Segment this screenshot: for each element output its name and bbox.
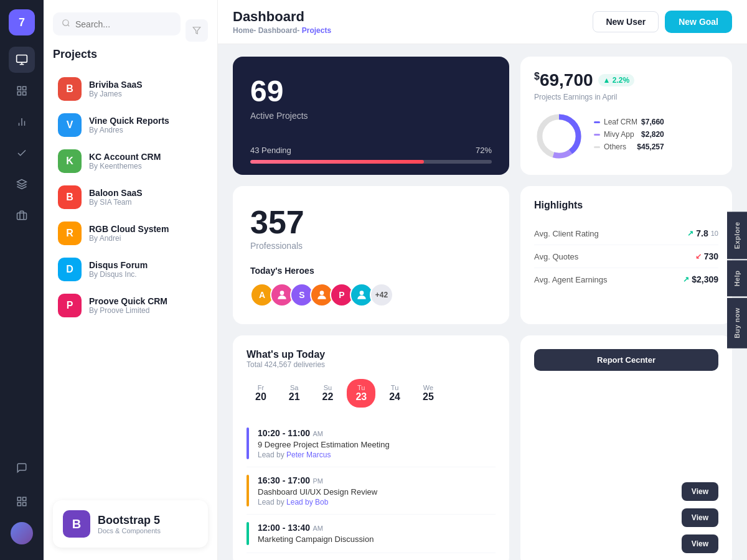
legend-value-1: $2,820 [641, 130, 664, 139]
svg-rect-5 [17, 92, 21, 95]
event-time-0: 10:20 - 11:00 AM [258, 427, 390, 439]
donut-chart [534, 111, 584, 161]
cal-day-num-4: 24 [389, 391, 400, 403]
project-info-0: Briviba SaaS By James [89, 80, 203, 98]
trend-icon-2: ↗ [683, 275, 689, 284]
svg-marker-10 [17, 180, 27, 185]
legend-dot-1 [594, 134, 600, 136]
event-title-0: 9 Degree Project Estimation Meeting [258, 440, 390, 449]
side-tab-buy-now[interactable]: Buy now [727, 297, 747, 348]
cal-day-2[interactable]: Su 22 [314, 379, 342, 408]
highlights-card: Highlights Avg. Client Rating ↗ 7.8 10 A… [520, 186, 732, 324]
legend-label-2: Others [604, 142, 633, 151]
highlight-label-1: Avg. Quotes [534, 252, 578, 261]
cal-day-num-5: 25 [423, 391, 434, 403]
project-logo-1: V [58, 113, 82, 137]
cal-day-4[interactable]: Tu 24 [380, 379, 409, 408]
user-number-badge[interactable]: 7 [9, 9, 35, 35]
cal-day-name-2: Su [324, 384, 332, 391]
active-projects-label: Active Projects [250, 111, 492, 121]
user-avatar[interactable] [11, 522, 33, 544]
professionals-card: 357 Professionals Today's Heroes ASP+42 [233, 186, 509, 324]
search-input[interactable] [75, 19, 172, 29]
view-button-2[interactable]: View [682, 508, 718, 527]
earnings-prefix: $ [534, 71, 540, 82]
projects-list: B Briviba SaaS By James V Vine Quick Rep… [53, 71, 208, 324]
breadcrumb-dashboard: Dashboard- [258, 26, 300, 35]
view-button-3[interactable]: View [682, 534, 718, 553]
highlights-list: Avg. Client Rating ↗ 7.8 10 Avg. Quotes … [534, 222, 718, 291]
highlight-value-0: ↗ 7.8 10 [687, 228, 718, 238]
event-time-1: 16:30 - 17:00 PM [258, 475, 377, 486]
schedule-title: What's up Today [247, 349, 496, 360]
bootstrap-title: Bootstrap 5 [98, 514, 161, 527]
view-button-1[interactable]: View [682, 482, 718, 501]
event-content-1: 16:30 - 17:00 PM Dashboard UI/UX Design … [258, 475, 377, 506]
sidebar-item-check[interactable] [9, 140, 35, 166]
event-content-2: 12:00 - 13:40 AM Marketing Campaign Disc… [258, 522, 374, 545]
svg-point-24 [360, 291, 364, 295]
svg-rect-13 [23, 497, 26, 500]
breadcrumb: Home- Dashboard- Projects [233, 26, 331, 35]
filter-button[interactable] [186, 19, 208, 42]
project-info-2: KC Account CRM By Keenthemes [89, 152, 203, 170]
event-bar-0 [247, 427, 249, 459]
cal-day-5[interactable]: We 25 [414, 379, 443, 408]
sidebar-item-briefcase[interactable] [9, 202, 35, 228]
project-logo-6: P [58, 294, 82, 317]
sidebar-item-dashboard2[interactable] [9, 488, 35, 515]
heroes-title: Today's Heroes [250, 266, 492, 276]
legend-item-0: Leaf CRM $7,660 [594, 118, 664, 126]
project-item-0[interactable]: B Briviba SaaS By James [53, 71, 208, 107]
project-item-3[interactable]: B Baloon SaaS By SIA Team [53, 179, 208, 215]
cal-day-num-2: 22 [322, 391, 334, 403]
legend-label-1: Mivy App [604, 130, 637, 139]
project-info-1: Vine Quick Reports By Andres [89, 116, 203, 134]
schedule-card: What's up Today Total 424,567 deliveries… [233, 335, 509, 560]
project-name-3: Baloon SaaS [89, 188, 203, 198]
event-item-2: 12:00 - 13:40 AM Marketing Campaign Disc… [247, 515, 496, 553]
event-title-2: Marketing Campaign Discussion [258, 534, 374, 544]
event-lead-link-0[interactable]: Peter Marcus [286, 450, 331, 459]
cal-day-3[interactable]: Tu 23 [347, 379, 375, 408]
side-tab-help[interactable]: Help [727, 260, 747, 296]
project-info-4: RGB Cloud System By Andrei [89, 224, 203, 243]
report-center-button[interactable]: Report Cecnter [534, 349, 718, 371]
svg-rect-3 [17, 86, 21, 90]
earnings-chart-row: Leaf CRM $7,660 Mivy App $2,820 Others $… [534, 111, 718, 161]
project-item-1[interactable]: V Vine Quick Reports By Andres [53, 107, 208, 143]
cal-day-name-1: Sa [290, 384, 298, 391]
new-goal-button[interactable]: New Goal [665, 11, 732, 33]
sidebar-item-chart[interactable] [9, 109, 35, 135]
sidebar-item-monitor[interactable] [9, 47, 35, 73]
cal-day-0[interactable]: Fr 20 [247, 379, 275, 408]
project-name-1: Vine Quick Reports [89, 116, 203, 126]
sidebar-item-messages[interactable] [9, 455, 35, 481]
professionals-label: Professionals [250, 241, 492, 251]
project-by-1: By Andres [89, 126, 203, 134]
side-tab-explore[interactable]: Explore [727, 212, 747, 259]
progress-bar [250, 160, 492, 164]
project-item-6[interactable]: P Proove Quick CRM By Proove Limited [53, 287, 208, 324]
progress-pct: 72% [476, 146, 492, 155]
heroes-section: Today's Heroes ASP+42 [250, 266, 492, 307]
cal-day-name-0: Fr [258, 384, 264, 391]
search-bar[interactable] [53, 12, 181, 35]
new-user-button[interactable]: New User [593, 11, 659, 32]
project-item-4[interactable]: R RGB Cloud System By Andrei [53, 215, 208, 251]
cal-day-1[interactable]: Sa 21 [280, 379, 309, 408]
sidebar-item-grid[interactable] [9, 78, 35, 104]
event-lead-link-1[interactable]: Lead by Bob [286, 498, 328, 506]
project-info-6: Proove Quick CRM By Proove Limited [89, 296, 203, 315]
svg-rect-0 [17, 55, 27, 63]
earnings-badge: ▲ 2.2% [598, 74, 635, 86]
project-logo-5: D [58, 258, 82, 281]
bootstrap-logo: B [63, 510, 90, 538]
project-logo-2: K [58, 149, 82, 173]
legend-dot-2 [594, 146, 600, 148]
project-item-2[interactable]: K KC Account CRM By Keenthemes [53, 143, 208, 179]
bootstrap-card[interactable]: B Bootstrap 5 Docs & Components [53, 500, 208, 548]
sidebar-item-layers[interactable] [9, 171, 35, 197]
bootstrap-subtitle: Docs & Components [98, 527, 161, 534]
project-item-5[interactable]: D Disqus Forum By Disqus Inc. [53, 251, 208, 287]
